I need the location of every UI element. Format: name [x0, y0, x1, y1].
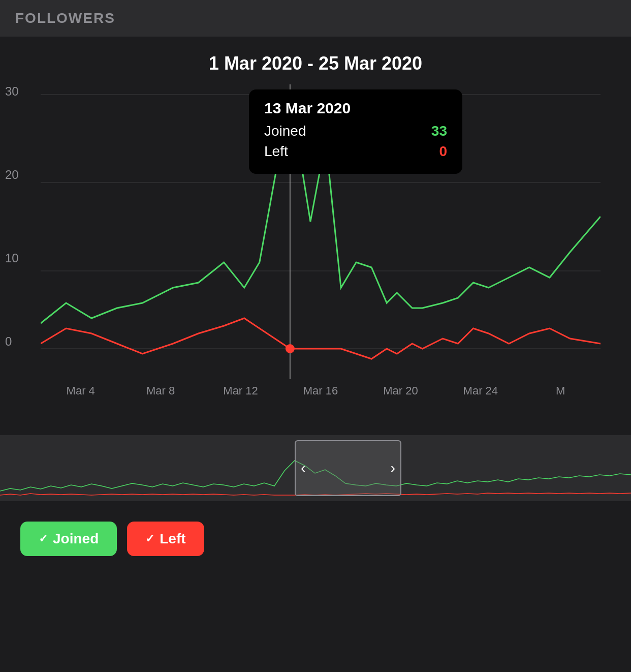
x-label-mar12: Mar 12 [201, 384, 280, 405]
y-label-10: 10 [5, 251, 19, 265]
joined-checkmark: ✓ [39, 532, 48, 545]
x-label-mar24: Mar 24 [440, 384, 520, 405]
y-label-0: 0 [5, 334, 19, 349]
header: FOLLOWERS [0, 0, 631, 37]
tooltip-date: 13 Mar 2020 [264, 100, 447, 117]
tooltip-joined-label: Joined [264, 123, 306, 139]
y-label-30: 30 [5, 84, 19, 99]
x-label-marend: M [521, 384, 601, 405]
legend-buttons: ✓ Joined ✓ Left [0, 506, 631, 571]
left-legend-label: Left [160, 531, 185, 547]
y-label-20: 20 [5, 168, 19, 182]
joined-legend-label: Joined [53, 531, 99, 547]
left-legend-button[interactable]: ✓ Left [127, 522, 204, 556]
tooltip-left-label: Left [264, 143, 288, 160]
tooltip-joined-value: 33 [431, 123, 447, 139]
main-chart-area: 13 Mar 2020 Joined 33 Left 0 30 20 10 0 [0, 84, 631, 430]
joined-legend-button[interactable]: ✓ Joined [20, 522, 117, 556]
y-axis: 30 20 10 0 [5, 84, 19, 379]
left-checkmark: ✓ [145, 532, 154, 545]
x-label-mar4: Mar 4 [41, 384, 120, 405]
x-axis: Mar 4 Mar 8 Mar 12 Mar 16 Mar 20 Mar 24 … [41, 379, 601, 405]
svg-point-5 [286, 345, 294, 353]
mini-chart-left-arrow[interactable]: ‹ [301, 460, 305, 476]
date-range: 1 Mar 2020 - 25 Mar 2020 [0, 37, 631, 84]
x-label-mar20: Mar 20 [361, 384, 440, 405]
page-title: FOLLOWERS [15, 10, 115, 26]
mini-chart-right-arrow[interactable]: › [391, 460, 395, 476]
mini-chart-window[interactable]: ‹ › [295, 440, 401, 496]
chart-tooltip: 13 Mar 2020 Joined 33 Left 0 [249, 89, 462, 174]
mini-chart: ‹ › [0, 435, 631, 501]
tooltip-left-value: 0 [439, 143, 447, 160]
x-label-mar8: Mar 8 [120, 384, 200, 405]
x-label-mar16: Mar 16 [280, 384, 360, 405]
tooltip-joined-row: Joined 33 [264, 123, 447, 139]
tooltip-left-row: Left 0 [264, 143, 447, 160]
